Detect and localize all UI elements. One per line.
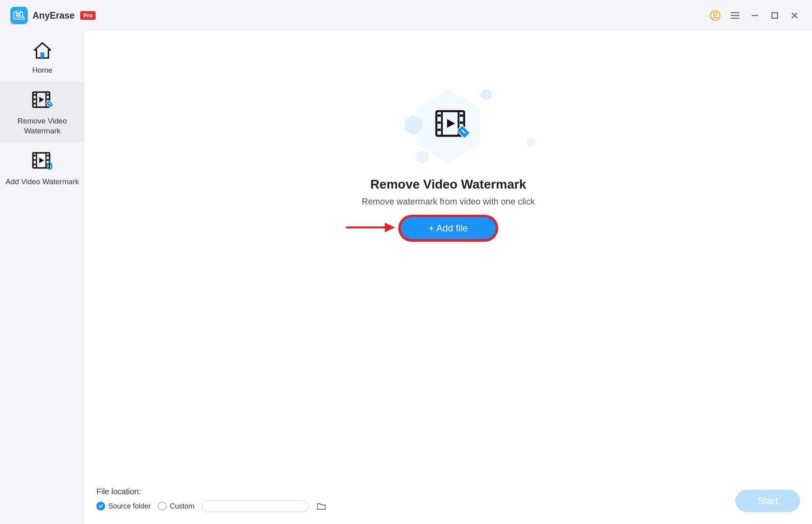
- main-panel: Remove Video Watermark Remove watermark …: [84, 31, 812, 524]
- svg-rect-10: [772, 13, 777, 18]
- sidebar-item-add-video-watermark[interactable]: Add Video Watermark: [0, 143, 84, 193]
- hero-title: Remove Video Watermark: [370, 177, 526, 192]
- brand: AnyErase Pro: [10, 7, 96, 24]
- app-name: AnyErase: [33, 10, 75, 21]
- hero-subtitle: Remove watermark from video with one cli…: [362, 196, 535, 207]
- custom-path-input[interactable]: [202, 500, 309, 512]
- svg-point-5: [714, 13, 717, 16]
- radio-custom[interactable]: Custom: [158, 502, 194, 511]
- svg-rect-21: [47, 98, 49, 100]
- svg-rect-17: [34, 94, 36, 96]
- sidebar-item-home[interactable]: Home: [0, 33, 84, 82]
- home-icon: [33, 41, 52, 61]
- radio-source-folder[interactable]: Source folder: [96, 502, 151, 511]
- radio-unchecked-icon: [158, 502, 167, 511]
- start-button[interactable]: Start: [735, 490, 800, 512]
- close-icon[interactable]: [789, 10, 800, 21]
- account-icon[interactable]: [710, 10, 721, 21]
- svg-rect-39: [438, 129, 441, 131]
- sidebar: Home Remove Video Watermark Add Video Wa…: [0, 31, 84, 524]
- svg-rect-18: [34, 98, 36, 100]
- titlebar: AnyErase Pro: [0, 0, 812, 31]
- filmstrip-erase-icon: [31, 90, 54, 112]
- add-file-button[interactable]: + Add file: [401, 217, 495, 239]
- hero-illustration: [405, 87, 492, 166]
- maximize-icon[interactable]: [769, 10, 780, 21]
- svg-rect-1: [16, 11, 20, 13]
- svg-rect-38: [438, 121, 441, 124]
- svg-rect-13: [40, 52, 44, 58]
- annotation-arrow-icon: [345, 222, 397, 235]
- svg-rect-28: [34, 155, 36, 156]
- hero: Remove Video Watermark Remove watermark …: [84, 31, 812, 524]
- window-controls: [710, 10, 800, 21]
- svg-rect-30: [34, 164, 36, 165]
- svg-rect-32: [47, 159, 49, 161]
- minimize-icon[interactable]: [749, 10, 760, 21]
- menu-icon[interactable]: [729, 10, 741, 21]
- radio-label: Source folder: [108, 502, 151, 511]
- svg-rect-40: [460, 114, 463, 117]
- filmstrip-erase-large-icon: [433, 108, 471, 144]
- footer-bar: File location: Source folder Custom: [84, 487, 812, 524]
- browse-folder-button[interactable]: [316, 501, 327, 511]
- svg-rect-29: [34, 159, 36, 161]
- folder-icon: [317, 502, 326, 510]
- radio-checked-icon: [96, 502, 105, 511]
- sidebar-item-label: Home: [32, 65, 52, 75]
- app-logo-icon: [10, 7, 28, 24]
- sidebar-item-remove-video-watermark[interactable]: Remove Video Watermark: [0, 82, 84, 143]
- svg-rect-19: [34, 103, 36, 104]
- pro-badge: Pro: [80, 11, 96, 20]
- svg-rect-31: [47, 155, 49, 156]
- file-location-label: File location:: [96, 487, 327, 496]
- sidebar-item-label: Add Video Watermark: [6, 177, 79, 187]
- filmstrip-droplet-icon: [31, 150, 54, 173]
- svg-rect-20: [47, 94, 49, 96]
- svg-rect-41: [460, 121, 463, 124]
- radio-label: Custom: [170, 502, 194, 511]
- file-location-group: File location: Source folder Custom: [96, 487, 327, 512]
- svg-rect-37: [438, 114, 441, 117]
- sidebar-item-label: Remove Video Watermark: [3, 116, 81, 136]
